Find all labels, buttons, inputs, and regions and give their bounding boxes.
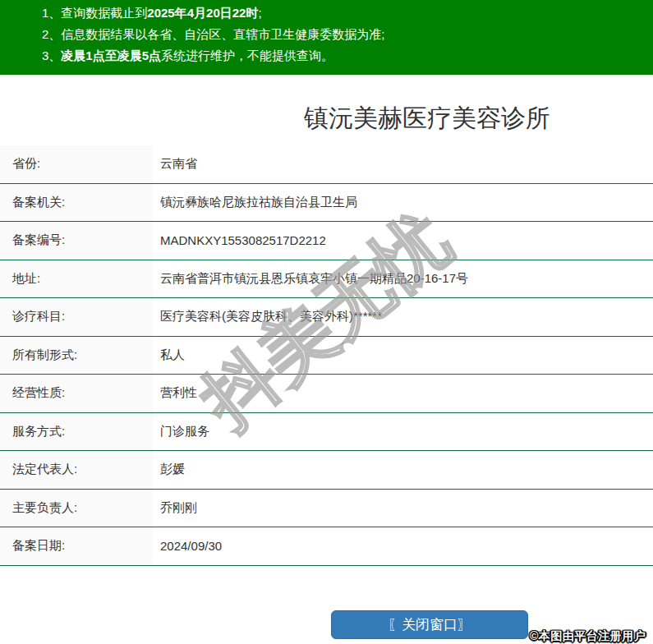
row-label: 经营性质: — [0, 375, 152, 412]
notice-banner: 1、查询数据截止到2025年4月20日22时; 2、信息数据结果以各省、自治区、… — [0, 0, 653, 75]
row-value: 彭媛 — [152, 451, 653, 489]
row-value: 云南省普洱市镇沅县恩乐镇哀牢小镇一期精品20-16-17号 — [152, 260, 653, 298]
notice-text: 系统进行维护，不能提供查询。 — [161, 48, 333, 62]
copyright-badge: ©本图由平台注册用户上传 — [530, 629, 653, 644]
row-label: 服务方式: — [0, 413, 152, 451]
row-label: 备案编号: — [0, 222, 152, 260]
table-row-filing-number: 备案编号: MADNKXY1553082517D2212 — [0, 222, 653, 260]
notice-item-3: 3、凌晨1点至凌晨5点系统进行维护，不能提供查询。 — [0, 45, 653, 67]
row-value: 乔刚刚 — [152, 490, 653, 527]
table-row-medical-subjects: 诊疗科目: 医疗美容科(美容皮肤科、美容外科)****** — [0, 298, 653, 337]
row-value: 门诊服务 — [152, 413, 653, 451]
row-label: 省份: — [0, 145, 152, 183]
page-title: 镇沅美赫医疗美容诊所 — [0, 75, 653, 132]
row-label: 主要负责人: — [0, 490, 152, 527]
row-label: 所有制形式: — [0, 337, 152, 375]
notice-text: ; — [258, 6, 261, 20]
row-value: 私人 — [152, 337, 653, 375]
row-value: 医疗美容科(美容皮肤科、美容外科)****** — [152, 298, 653, 336]
row-value: 2024/09/30 — [152, 527, 653, 565]
record-table: 省份: 云南省 备案机关: 镇沅彝族哈尼族拉祜族自治县卫生局 备案编号: MAD… — [0, 145, 653, 566]
row-label: 地址: — [0, 260, 152, 298]
notice-text: 1、查询数据截止到 — [42, 6, 147, 20]
table-row-legal-representative: 法定代表人: 彭媛 — [0, 451, 653, 490]
row-value: 镇沅彝族哈尼族拉祜族自治县卫生局 — [152, 184, 653, 222]
table-row-filing-authority: 备案机关: 镇沅彝族哈尼族拉祜族自治县卫生局 — [0, 184, 653, 223]
content-container: 1、查询数据截止到2025年4月20日22时; 2、信息数据结果以各省、自治区、… — [0, 0, 653, 566]
table-row-address: 地址: 云南省普洱市镇沅县恩乐镇哀牢小镇一期精品20-16-17号 — [0, 260, 653, 299]
notice-text: 3、 — [42, 48, 61, 62]
row-label: 备案日期: — [0, 527, 152, 565]
notice-text: 2、信息数据结果以各省、自治区、直辖市卫生健康委数据为准; — [42, 27, 385, 41]
table-row-province: 省份: 云南省 — [0, 145, 653, 184]
row-value: 营利性 — [152, 375, 653, 412]
row-label: 法定代表人: — [0, 451, 152, 489]
notice-item-1: 1、查询数据截止到2025年4月20日22时; — [0, 2, 653, 24]
row-value: MADNKXY1553082517D2212 — [152, 222, 653, 260]
table-row-principal: 主要负责人: 乔刚刚 — [0, 490, 653, 528]
table-row-filing-date: 备案日期: 2024/09/30 — [0, 527, 653, 566]
table-row-service-mode: 服务方式: 门诊服务 — [0, 413, 653, 452]
notice-bold-text: 凌晨1点至凌晨5点 — [61, 48, 161, 62]
notice-item-2: 2、信息数据结果以各省、自治区、直辖市卫生健康委数据为准; — [0, 24, 653, 45]
row-label: 诊疗科目: — [0, 298, 152, 336]
notice-bold-text: 2025年4月20日22时 — [147, 6, 258, 20]
row-value: 云南省 — [152, 145, 653, 183]
table-row-business-nature: 经营性质: 营利性 — [0, 375, 653, 413]
row-label: 备案机关: — [0, 184, 152, 222]
close-window-button[interactable]: 〖关闭窗口〗 — [331, 610, 528, 639]
table-row-ownership-form: 所有制形式: 私人 — [0, 337, 653, 375]
